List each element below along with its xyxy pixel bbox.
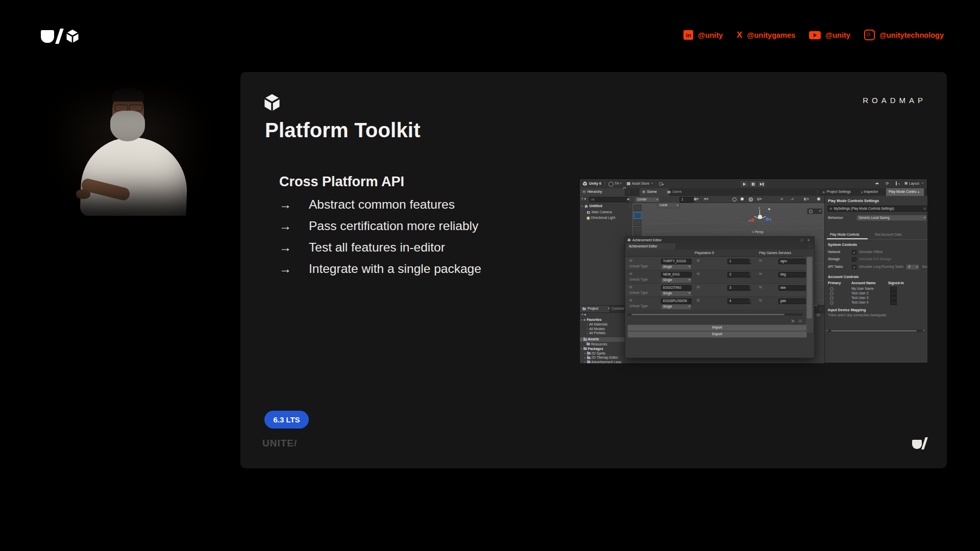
primary-radio[interactable]	[830, 301, 834, 305]
tab-play-mode-controls[interactable]: Play Mode Contro ▸	[886, 188, 924, 196]
tree-item[interactable]: ○ All Prefabs	[586, 332, 605, 335]
scene-camera-overlay-button[interactable]	[807, 208, 822, 214]
hierarchy-search-input[interactable]: All	[589, 197, 629, 202]
checkbox-checked[interactable]	[852, 265, 856, 269]
perspective-label[interactable]: < Persp	[752, 231, 764, 234]
menu-icon[interactable]	[628, 204, 632, 208]
tree-packages[interactable]: ▾ Packages	[581, 347, 603, 351]
tree-assets[interactable]: ▾ Assets	[581, 338, 599, 341]
step-button[interactable]	[757, 181, 766, 188]
hierarchy-row-scene[interactable]: ▾ Untitled	[581, 205, 602, 208]
tool-settings-icon[interactable]: ⊞▾	[704, 197, 708, 201]
export-button[interactable]: Export	[627, 331, 807, 338]
effects-toggle-icon[interactable]: ◍▾	[757, 197, 762, 201]
primary-radio[interactable]	[830, 287, 834, 291]
duration-dropdown[interactable]: 3	[906, 264, 919, 270]
window-title-bar[interactable]: Achievement Editor □ ×	[625, 237, 814, 244]
unlock-type-dropdown[interactable]: Single	[661, 291, 692, 296]
audio-toggle-icon[interactable]	[749, 197, 753, 202]
tree-item[interactable]: Resources	[586, 343, 607, 346]
vertical-scrollbar[interactable]	[806, 256, 813, 333]
target-icon[interactable]: ⊙	[923, 207, 926, 210]
menu-icon[interactable]	[808, 244, 812, 248]
achievement-id-input[interactable]: EGGSPLOSION	[661, 298, 692, 304]
signed-in-checkbox[interactable]	[890, 291, 897, 296]
layout-menu[interactable]: Layout	[909, 182, 919, 186]
close-icon[interactable]: ×	[807, 238, 810, 242]
tab-project-settings[interactable]: ⚙ Project Settings	[820, 188, 862, 196]
add-button[interactable]: + ▾	[581, 197, 586, 201]
unlock-type-dropdown[interactable]: Single	[661, 278, 692, 283]
social-link-x[interactable]: X @unitygames	[737, 30, 795, 40]
tree-item[interactable]: ▸ 2D Sprite	[584, 352, 605, 356]
maximize-icon[interactable]: □	[801, 238, 803, 242]
primary-radio[interactable]	[830, 296, 834, 300]
rotate-tool-button[interactable]	[633, 219, 642, 226]
behaviour-dropdown[interactable]: Generic Local Saving	[856, 215, 927, 221]
unlock-type-dropdown[interactable]: Single	[661, 304, 692, 310]
tab-hierarchy[interactable]: ▤ Hierarchy	[580, 188, 625, 196]
add-button[interactable]: + ▾	[581, 313, 586, 317]
tab-inspector[interactable]: ℹ Inspector	[859, 188, 889, 196]
tree-item[interactable]: ○ All Materials	[586, 323, 607, 327]
hierarchy-row-camera[interactable]: Main Camera	[587, 211, 612, 214]
scene-camera-icon[interactable]	[817, 197, 820, 201]
pgs-id-input[interactable]: jykk	[778, 298, 810, 304]
social-link-instagram[interactable]: @unitytechnology	[864, 30, 944, 40]
achievement-id-input[interactable]: NEW_EGG	[661, 272, 692, 278]
ps5-id-input[interactable]: 4	[727, 298, 751, 304]
menu-icon[interactable]	[922, 190, 925, 193]
ps5-id-input[interactable]: 2	[727, 272, 751, 278]
asset-store-menu[interactable]: Asset Store	[632, 182, 649, 186]
hidden-objects-icon[interactable]: ⊘	[780, 197, 783, 201]
social-link-linkedin[interactable]: @unity	[683, 30, 723, 40]
pivot-dropdown[interactable]: Center	[635, 197, 659, 203]
horizontal-scrollbar[interactable]: ◂ ▸	[827, 330, 924, 332]
signed-in-checkbox[interactable]	[890, 296, 897, 300]
gizmo-toggle-icon[interactable]	[732, 197, 737, 202]
ps5-id-input[interactable]: 1	[727, 259, 751, 264]
camera-menu-icon[interactable]: ◧▾	[804, 197, 809, 201]
cloud-icon[interactable]: ☁	[875, 181, 879, 185]
menu-icon[interactable]	[819, 307, 822, 310]
signed-in-checkbox[interactable]	[890, 300, 897, 305]
move-tool-button[interactable]	[633, 212, 642, 219]
gizmo-2d-toggle[interactable]	[768, 208, 770, 210]
grid-visibility-icon[interactable]: ⋌	[791, 197, 794, 201]
checkbox-unchecked[interactable]	[852, 257, 856, 262]
add-row-button[interactable]: +	[790, 318, 796, 324]
settings-asset-field[interactable]: ⚙ MySettings (Play Mode Controls Setting…	[827, 206, 927, 212]
menu-icon[interactable]	[627, 190, 631, 193]
achievement-id-input[interactable]: EGGCITING	[661, 285, 692, 291]
pgs-id-input[interactable]: bbg	[778, 272, 810, 278]
horizontal-scrollbar[interactable]	[627, 313, 803, 316]
snap-step-input[interactable]: 1	[679, 197, 694, 203]
scroll-right-arrow[interactable]: ▸	[923, 329, 924, 332]
tree-item[interactable]: ▸ 2D Tilemap Editor	[584, 356, 618, 360]
hierarchy-row-light[interactable]: Directional Light	[587, 216, 615, 220]
scale-tool-button[interactable]	[633, 227, 642, 234]
achievement-id-input[interactable]: THIRTY_EGGS	[661, 259, 692, 264]
tree-item[interactable]: ▸ Advertisement Lega	[584, 361, 621, 364]
orientation-gizmo[interactable]: y x z	[749, 206, 771, 229]
history-icon[interactable]: ⟳	[886, 182, 889, 186]
pgs-id-input[interactable]: agro	[778, 259, 810, 264]
pause-button[interactable]	[749, 181, 757, 188]
play-button[interactable]	[740, 181, 749, 188]
pgs-id-input[interactable]: ebe	[778, 285, 810, 291]
remove-row-button[interactable]: −	[797, 318, 803, 324]
primary-radio[interactable]	[830, 292, 834, 295]
tab-test-account-data[interactable]: Test Account Data	[874, 233, 901, 237]
account-menu[interactable]: TH	[615, 182, 619, 186]
view-tool-button[interactable]	[633, 205, 642, 211]
tab-game[interactable]: Game	[665, 188, 693, 196]
ps5-id-input[interactable]: 3	[727, 285, 751, 291]
lighting-toggle-icon[interactable]	[741, 197, 744, 201]
search-icon[interactable]	[896, 181, 897, 186]
social-link-youtube[interactable]: @unity	[809, 31, 850, 39]
signed-in-checkbox[interactable]	[890, 287, 897, 291]
tab-play-mode-controls-inner[interactable]: Play Mode Controls	[830, 233, 860, 237]
unlock-type-dropdown[interactable]: Single	[661, 264, 692, 270]
tab-achievement-editor[interactable]: Achievement Editor	[626, 243, 675, 249]
tree-favorites[interactable]: ▾★ Favorites	[581, 318, 602, 322]
